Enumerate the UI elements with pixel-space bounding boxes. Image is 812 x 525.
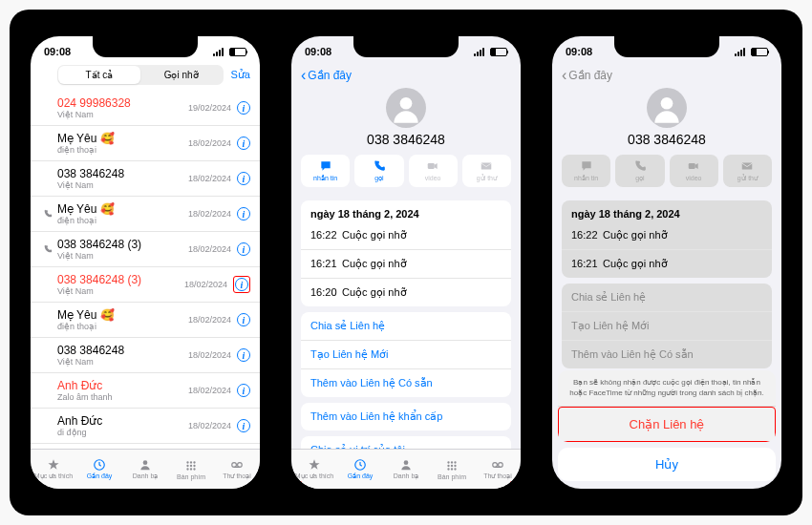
info-button[interactable]: i: [233, 276, 250, 293]
info-button[interactable]: i: [237, 313, 250, 326]
svg-point-13: [400, 97, 413, 110]
chevron-left-icon: ‹: [562, 67, 566, 84]
segment-bar: Tất cả Gọi nhỡ Sửa: [31, 63, 260, 91]
edit-button[interactable]: Sửa: [231, 69, 250, 81]
action-msg[interactable]: nhắn tin: [562, 155, 610, 187]
contact-links-card: Chia sẻ Liên hệTạo Liên hệ MớiThêm vào L…: [301, 312, 511, 397]
log-entry: 16:21 Cuộc gọi nhỡ: [301, 250, 511, 279]
call-date: 18/02/2024: [188, 174, 231, 183]
link-item[interactable]: Chia sẻ Liên hệ: [562, 284, 772, 312]
info-button[interactable]: i: [237, 384, 250, 397]
svg-rect-30: [689, 163, 695, 169]
action-buttons: nhắn tingọivideogửi thư: [552, 155, 781, 195]
outgoing-icon: [40, 244, 55, 254]
back-button: ‹Gần đây: [562, 67, 612, 84]
call-sub: điện thoại: [57, 145, 188, 155]
info-button[interactable]: i: [237, 101, 250, 115]
call-row[interactable]: 038 3846248Việt Nam 18/02/2024 i: [31, 444, 260, 446]
link-item[interactable]: Tạo Liên hệ Mới: [562, 312, 772, 341]
action-buttons: nhắn tingọivideogửi thư: [291, 155, 521, 195]
call-row[interactable]: Mẹ Yêu 🥰điện thoại 18/02/2024 i: [31, 126, 260, 161]
call-row[interactable]: 038 3846248 (3)Việt Nam 18/02/2024 i: [31, 267, 260, 303]
tab-star[interactable]: Mục ưa thích: [291, 450, 337, 489]
call-name: Anh Đức: [57, 414, 188, 428]
call-row[interactable]: 038 3846248 (3)Việt Nam 18/02/2024 i: [31, 232, 260, 267]
call-sub: điện thoại: [57, 322, 188, 331]
call-sub: Việt Nam: [57, 357, 188, 367]
confirm-block-button[interactable]: Chặn Liên hệ: [558, 407, 776, 442]
call-row[interactable]: Mẹ Yêu 🥰điện thoại 18/02/2024 i: [31, 303, 260, 338]
svg-point-4: [193, 461, 195, 463]
call-name: Mẹ Yêu 🥰: [57, 132, 188, 145]
contact-name: 038 3846248: [291, 132, 521, 147]
call-row[interactable]: Anh Đứcdi động 18/02/2024 i: [31, 409, 260, 444]
info-button[interactable]: i: [237, 207, 250, 220]
call-sub: Việt Nam: [57, 110, 188, 119]
back-button[interactable]: ‹Gần đây: [301, 67, 352, 84]
svg-point-27: [493, 463, 498, 468]
call-sub: Việt Nam: [57, 180, 188, 190]
link-item[interactable]: Thêm vào Liên hệ Có sẵn: [562, 341, 772, 368]
action-call[interactable]: gọi: [615, 155, 664, 187]
call-row[interactable]: 038 3846248Việt Nam 18/02/2024 i: [31, 338, 260, 373]
call-list[interactable]: 024 99986328Việt Nam 19/02/2024 i Mẹ Yêu…: [31, 91, 260, 446]
cancel-button[interactable]: Hủy: [558, 448, 776, 481]
svg-point-5: [186, 464, 188, 466]
svg-rect-15: [481, 163, 492, 170]
svg-point-1: [143, 460, 148, 465]
segment-all[interactable]: Tất cả: [58, 66, 140, 84]
action-msg[interactable]: nhắn tin: [301, 155, 350, 187]
svg-point-29: [661, 97, 673, 110]
tab-bar: Mục ưa thíchGần đâyDanh bạBàn phímThư th…: [31, 449, 260, 489]
segment-control[interactable]: Tất cả Gọi nhỡ: [57, 65, 224, 85]
info-button[interactable]: i: [237, 136, 250, 150]
call-log-card: ngày 18 tháng 2, 2024 16:22 Cuộc gọi nhỡ…: [301, 200, 511, 306]
call-sub: Việt Nam: [57, 286, 184, 296]
tab-clock[interactable]: Gần đây: [337, 450, 383, 489]
call-row[interactable]: 024 99986328Việt Nam 19/02/2024 i: [31, 91, 260, 126]
action-mail: gửi thư: [462, 155, 511, 187]
tab-clock[interactable]: Gần đây: [76, 450, 122, 489]
tab-star[interactable]: Mục ưa thích: [31, 450, 76, 489]
link-item[interactable]: Thêm vào Liên hệ Có sẵn: [301, 369, 511, 397]
call-sub: Việt Nam: [57, 251, 188, 261]
call-sub: Zalo âm thanh: [57, 392, 188, 402]
log-entry: 16:20 Cuộc gọi nhỡ: [301, 279, 511, 306]
status-right: [474, 48, 507, 56]
call-row[interactable]: Mẹ Yêu 🥰điện thoại 18/02/2024 i: [31, 197, 260, 232]
svg-point-23: [454, 464, 456, 466]
link-item[interactable]: Chia sẻ Liên hệ: [301, 312, 511, 341]
tab-vm[interactable]: Thư thoại: [475, 450, 521, 489]
call-row[interactable]: Anh ĐứcZalo âm thanh 18/02/2024 i: [31, 373, 260, 409]
action-call[interactable]: gọi: [354, 155, 403, 187]
call-log-card: ngày 18 tháng 2, 2024 16:22 Cuộc gọi nhỡ…: [562, 200, 772, 278]
tab-bar: Mục ưa thíchGần đâyDanh bạBàn phímThư th…: [291, 449, 521, 489]
segment-missed[interactable]: Gọi nhỡ: [140, 66, 223, 84]
action-video: video: [670, 155, 718, 187]
tab-person[interactable]: Danh bạ: [122, 450, 168, 489]
outgoing-icon: [40, 209, 55, 219]
contact-name: 038 3846248: [552, 132, 781, 147]
call-row[interactable]: 038 3846248Việt Nam 18/02/2024 i: [31, 161, 260, 197]
action-mail: gửi thư: [723, 155, 772, 187]
info-button[interactable]: i: [237, 172, 250, 185]
status-time: 09:08: [44, 46, 71, 57]
avatar: [386, 88, 426, 128]
svg-rect-31: [742, 163, 753, 170]
svg-point-6: [190, 464, 192, 466]
call-date: 18/02/2024: [188, 315, 231, 325]
notch: [614, 36, 719, 57]
tab-person[interactable]: Danh bạ: [383, 450, 429, 489]
link-item[interactable]: Tạo Liên hệ Mới: [301, 341, 511, 369]
tab-keypad[interactable]: Bàn phím: [168, 450, 214, 489]
info-button[interactable]: i: [237, 348, 250, 362]
tab-vm[interactable]: Thư thoại: [214, 450, 260, 489]
info-button[interactable]: i: [237, 242, 250, 256]
call-sub: di động: [57, 428, 188, 437]
tab-keypad[interactable]: Bàn phím: [429, 450, 475, 489]
svg-point-7: [193, 464, 195, 466]
call-date: 18/02/2024: [184, 280, 227, 289]
svg-point-19: [451, 461, 453, 463]
info-button[interactable]: i: [237, 419, 250, 432]
link-item[interactable]: Thêm vào Liên hệ khẩn cấp: [301, 403, 511, 430]
